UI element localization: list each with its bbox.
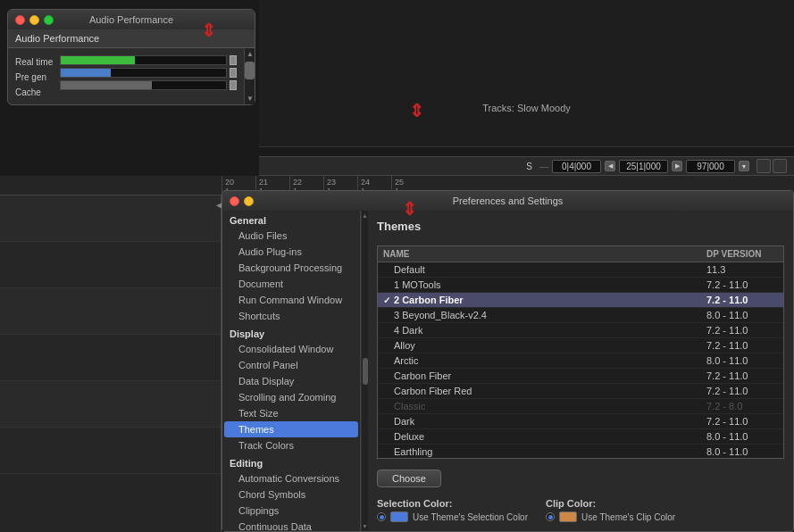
selection-color-option-label: Use Theme's Selection Color — [413, 512, 528, 522]
transport-bar: S — 0|4|000 ◀ 25|1|000 ▶ 97|000 ▼ — [259, 156, 794, 176]
col-header-version: DP VERSION — [706, 249, 778, 259]
cache-label: Cache — [15, 87, 53, 97]
sidebar-item-document[interactable]: Document — [222, 276, 360, 292]
realtime-bar-row — [60, 55, 237, 65]
audio-perf-tab[interactable]: Audio Performance — [8, 29, 255, 48]
pregen-bar — [60, 68, 227, 78]
theme-row[interactable]: Dark 7.2 - 11.0 — [378, 414, 783, 429]
transport-separator: — — [539, 162, 548, 171]
track-lane-3 — [0, 288, 221, 335]
theme-name-1motools: 1 MOTools — [394, 279, 706, 290]
theme-version-deluxe: 8.0 - 11.0 — [706, 431, 778, 442]
close-button[interactable] — [15, 15, 25, 25]
selection-color-swatch — [390, 511, 408, 522]
arrow-prefs: ⇕ — [402, 198, 417, 220]
transport-icon-1[interactable] — [756, 159, 771, 173]
sidebar-scrollbar[interactable]: ▲ ▼ — [361, 211, 368, 531]
theme-version-carbon: 7.2 - 11.0 — [706, 370, 778, 381]
prefs-sidebar: General Audio Files Audio Plug-ins Backg… — [222, 211, 361, 531]
transport-field-2[interactable]: 25|1|000 — [619, 160, 668, 173]
theme-row-disabled[interactable]: Classic 7.2 - 8.0 — [378, 399, 783, 414]
clip-color-option[interactable]: Use Theme's Clip Color — [546, 511, 675, 522]
cache-indicator — [230, 80, 237, 90]
prefs-main-content: Themes NAME DP VERSION Default 11.3 1 MO… — [368, 211, 793, 531]
theme-row[interactable]: 3 Beyond_Black-v2.4 8.0 - 11.0 — [378, 308, 783, 323]
clip-radio[interactable] — [546, 512, 555, 521]
selection-color-option[interactable]: Use Theme's Selection Color — [377, 511, 528, 522]
sidebar-item-data-display[interactable]: Data Display — [222, 373, 360, 389]
sidebar-item-audio-files[interactable]: Audio Files — [222, 228, 360, 244]
sidebar-item-text-size[interactable]: Text Size — [222, 405, 360, 421]
sidebar-item-scrolling-zooming[interactable]: Scrolling and Zooming — [222, 389, 360, 405]
theme-name-4dark: 4 Dark — [394, 325, 706, 336]
sidebar-item-track-colors[interactable]: Track Colors — [222, 437, 360, 453]
theme-row[interactable]: 4 Dark 7.2 - 11.0 — [378, 323, 783, 338]
transport-btn-3-down[interactable]: ▼ — [739, 161, 749, 171]
theme-row[interactable]: Carbon Fiber 7.2 - 11.0 — [378, 369, 783, 384]
sidebar-item-shortcuts[interactable]: Shortcuts — [222, 308, 360, 324]
theme-name-3beyond: 3 Beyond_Black-v2.4 — [394, 310, 706, 320]
scrollbar-thumb[interactable] — [245, 62, 255, 79]
theme-row[interactable]: 1 MOTools 7.2 - 11.0 — [378, 278, 783, 293]
audio-perf-scrollbar[interactable]: ▲ ▼ — [244, 48, 255, 104]
theme-name-arctic: Arctic — [394, 355, 706, 366]
clip-color-label: Clip Color: — [546, 498, 675, 509]
minimize-button[interactable] — [29, 15, 39, 25]
theme-row[interactable]: Arctic 8.0 - 11.0 — [378, 353, 783, 369]
sidebar-item-audio-plugins[interactable]: Audio Plug-ins — [222, 244, 360, 260]
theme-row[interactable]: Default 11.3 — [378, 262, 783, 278]
sidebar-display-header: Display — [222, 324, 360, 341]
theme-name-deluxe: Deluxe — [394, 431, 706, 442]
realtime-indicator — [230, 55, 237, 65]
realtime-bar — [60, 55, 227, 65]
theme-row[interactable]: Deluxe 8.0 - 11.0 — [378, 429, 783, 445]
sidebar-item-consolidated-window[interactable]: Consolidated Window — [222, 341, 360, 357]
sidebar-item-automatic-conversions[interactable]: Automatic Conversions — [222, 470, 360, 486]
transport-btn-2-right[interactable]: ▶ — [672, 161, 682, 171]
cache-bar — [60, 80, 227, 90]
sidebar-item-background-processing[interactable]: Background Processing — [222, 260, 360, 276]
maximize-button[interactable] — [44, 15, 54, 25]
theme-row[interactable]: Alloy 7.2 - 11.0 — [378, 338, 783, 353]
clip-color-option-label: Use Theme's Clip Color — [581, 512, 675, 522]
theme-name-dark: Dark — [394, 416, 706, 427]
theme-row[interactable]: Carbon Fiber Red 7.2 - 11.0 — [378, 384, 783, 399]
theme-version-default: 11.3 — [706, 264, 778, 275]
theme-row-selected[interactable]: ✓ 2 Carbon Fiber 7.2 - 11.0 — [378, 293, 783, 308]
sidebar-item-chord-symbols[interactable]: Chord Symbols — [222, 486, 360, 503]
themes-list[interactable]: Default 11.3 1 MOTools 7.2 - 11.0 ✓ 2 Ca… — [378, 262, 783, 458]
arrow-audio-perf: ⇕ — [201, 20, 216, 41]
sidebar-item-run-command-window[interactable]: Run Command Window — [222, 292, 360, 308]
transport-icon-2[interactable] — [773, 159, 787, 173]
prefs-close-button[interactable] — [230, 196, 239, 206]
transport-btn-1-left[interactable]: ◀ — [605, 161, 615, 171]
theme-name-2carbon: 2 Carbon Fiber — [394, 295, 706, 305]
selection-color-label: Selection Color: — [377, 498, 528, 509]
transport-field-1[interactable]: 0|4|000 — [552, 160, 601, 173]
audio-performance-window: Audio Performance Audio Performance Real… — [7, 9, 255, 105]
clip-color-group: Clip Color: Use Theme's Clip Color — [546, 498, 675, 522]
theme-name-carbonred: Carbon Fiber Red — [394, 386, 706, 396]
pregen-label: Pre gen — [15, 72, 53, 82]
prefs-minimize-button[interactable] — [244, 196, 254, 206]
track-lane-1 — [0, 195, 221, 242]
sidebar-item-themes[interactable]: Themes — [224, 421, 358, 437]
sidebar-item-clippings[interactable]: Clippings — [222, 503, 360, 519]
theme-version-4dark: 7.2 - 11.0 — [706, 325, 778, 336]
sidebar-item-continuous-data[interactable]: Continuous Data — [222, 519, 360, 531]
sidebar-scroll-thumb[interactable] — [363, 358, 368, 385]
theme-name-earthling: Earthling — [394, 446, 706, 457]
selection-radio[interactable] — [377, 512, 386, 521]
sidebar-item-control-panel[interactable]: Control Panel — [222, 357, 360, 373]
track-lane-4 — [0, 335, 221, 381]
prefs-titlebar: Preferences and Settings — [222, 191, 793, 211]
theme-version-classic: 7.2 - 8.0 — [706, 401, 778, 411]
audio-perf-content: Real time Pre gen Cache — [8, 48, 244, 104]
theme-row[interactable]: Earthling 8.0 - 11.0 — [378, 445, 783, 458]
theme-name-carbon: Carbon Fiber — [394, 370, 706, 381]
realtime-label: Real time — [15, 57, 53, 67]
transport-field-3[interactable]: 97|000 — [686, 160, 735, 173]
choose-button[interactable]: Choose — [377, 470, 441, 487]
themes-table: NAME DP VERSION Default 11.3 1 MOTools 7… — [377, 245, 784, 459]
theme-version-carbonred: 7.2 - 11.0 — [706, 386, 778, 396]
